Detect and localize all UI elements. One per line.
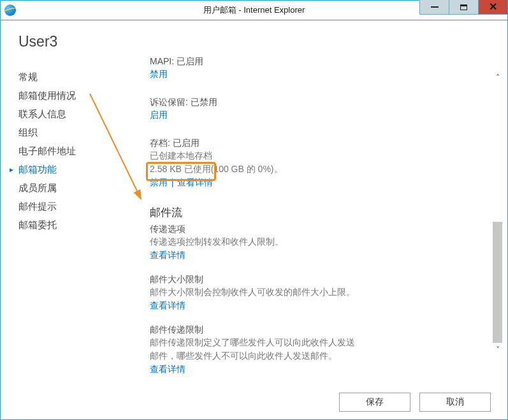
window-controls: ✕ [419, 0, 507, 15]
litigation-enable-link[interactable]: 启用 [150, 110, 168, 121]
button-row: 保存 取消 [1, 385, 507, 419]
sidebar-item-8[interactable]: 邮箱委托 [18, 216, 132, 235]
sidebar-item-2[interactable]: 联系人信息 [18, 105, 132, 124]
delivery-details-link[interactable]: 查看详情 [150, 250, 185, 261]
cancel-button[interactable]: 取消 [419, 393, 491, 412]
archive-status: 存档: 已启用 [150, 138, 482, 149]
archive-disable-link[interactable]: 禁用 [150, 177, 168, 189]
maximize-button[interactable] [449, 0, 478, 15]
dialog-window: 用户邮箱 - Internet Explorer ✕ User3 常规邮箱使用情… [0, 0, 508, 420]
user-heading: User3 [18, 33, 132, 50]
mapi-disable-link[interactable]: 禁用 [150, 69, 168, 80]
sidebar-item-0[interactable]: 常规 [18, 68, 132, 87]
sidebar-item-7[interactable]: 邮件提示 [18, 198, 132, 216]
archive-actions: 禁用 | 查看详情 [150, 176, 482, 189]
separator: | [169, 177, 176, 187]
size-label: 邮件大小限制 [150, 274, 482, 286]
restrict-desc: 邮件传递限制定义了哪些发件人可以向此收件人发送邮件，哪些发件人不可以向此收件人发… [150, 336, 360, 363]
minimize-button[interactable] [419, 0, 449, 15]
scroll-down-icon[interactable]: ˅ [491, 344, 504, 356]
mapi-section: MAPI: 已启用 禁用 [150, 56, 482, 80]
sidebar-item-3[interactable]: 组织 [18, 124, 132, 142]
archive-line2: 2.58 KB 已使用(100 GB 的 0%)。 [150, 163, 482, 176]
scroll-region: MAPI: 已启用 禁用 诉讼保留: 已禁用 启用 存档: 已启用 已创建本地存… [150, 56, 482, 385]
scrollbar-thumb[interactable] [493, 222, 502, 343]
scrollbar-top[interactable]: ˄ [491, 71, 504, 84]
archive-section: 存档: 已启用 已创建本地存档 2.58 KB 已使用(100 GB 的 0%)… [150, 138, 482, 189]
delivery-desc: 传递选项控制转发和收件人限制。 [150, 235, 482, 249]
archive-line1: 已创建本地存档 [150, 149, 482, 163]
scroll-up-icon[interactable]: ˄ [491, 71, 504, 83]
scrollbar-bottom[interactable]: ˅ [491, 222, 504, 356]
restrict-label: 邮件传递限制 [150, 324, 482, 336]
ie-icon [4, 4, 16, 16]
main-panel: MAPI: 已启用 禁用 诉讼保留: 已禁用 启用 存档: 已启用 已创建本地存… [132, 20, 507, 385]
client-area: User3 常规邮箱使用情况联系人信息组织电子邮件地址邮箱功能成员所属邮件提示邮… [1, 20, 507, 419]
delivery-label: 传递选项 [150, 224, 482, 235]
archive-details-link[interactable]: 查看详情 [177, 177, 213, 189]
sidebar-item-6[interactable]: 成员所属 [18, 179, 132, 198]
mapi-status: MAPI: 已启用 [150, 56, 482, 68]
litigation-status: 诉讼保留: 已禁用 [150, 97, 482, 108]
mailflow-title: 邮件流 [150, 205, 482, 220]
titlebar: 用户邮箱 - Internet Explorer ✕ [1, 1, 507, 20]
close-button[interactable]: ✕ [478, 0, 507, 15]
save-button[interactable]: 保存 [339, 393, 410, 412]
content-area: User3 常规邮箱使用情况联系人信息组织电子邮件地址邮箱功能成员所属邮件提示邮… [1, 20, 507, 385]
mailflow-section: 邮件流 传递选项 传递选项控制转发和收件人限制。 查看详情 邮件大小限制 邮件大… [150, 205, 482, 375]
size-details-link[interactable]: 查看详情 [150, 300, 185, 312]
restrict-details-link[interactable]: 查看详情 [150, 364, 185, 375]
sidebar-item-1[interactable]: 邮箱使用情况 [18, 87, 132, 105]
size-desc: 邮件大小限制会控制收件人可收发的邮件大小上限。 [150, 286, 482, 299]
litigation-section: 诉讼保留: 已禁用 启用 [150, 97, 482, 121]
sidebar: User3 常规邮箱使用情况联系人信息组织电子邮件地址邮箱功能成员所属邮件提示邮… [1, 20, 132, 385]
sidebar-item-5[interactable]: 邮箱功能 [18, 161, 132, 179]
sidebar-item-4[interactable]: 电子邮件地址 [18, 142, 132, 161]
